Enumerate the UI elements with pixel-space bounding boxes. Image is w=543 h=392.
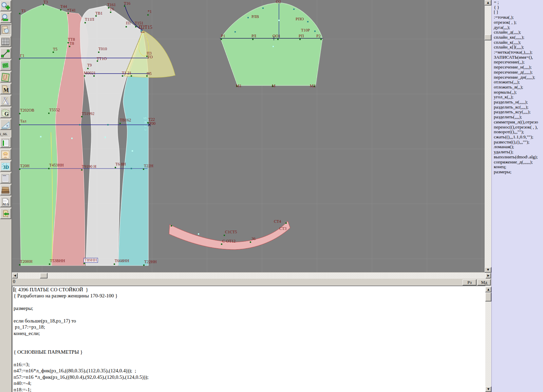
point-label: Т20Н (20, 163, 30, 168)
editor-vertical-scrollbar[interactable]: ▲ ▼ (485, 286, 491, 392)
grid-button[interactable] (0, 36, 11, 47)
command-item[interactable]: дуга(,,,); (492, 25, 543, 30)
zoom-in-button[interactable] (0, 1, 11, 11)
piece-collar-pink[interactable] (169, 221, 290, 250)
point-label: Т668НН (115, 258, 129, 263)
command-item[interactable]: разделить_н(,,,,,); (492, 100, 543, 105)
command-item[interactable]: сплайн_к[](,,,,); (492, 45, 543, 50)
canvas-horizontal-scrollbar[interactable]: ◀ ▶ (12, 273, 491, 279)
ruler-icon (1, 120, 10, 129)
drafting-tools-button[interactable] (0, 96, 11, 106)
i66-label: i_66. (0, 132, 12, 136)
command-item[interactable]: ломаная(); (492, 144, 543, 150)
command-item[interactable]: сплайн_к(,,,,); (492, 40, 543, 45)
segment-button[interactable] (0, 48, 11, 59)
scroll-right-arrow-icon[interactable]: ▶ (486, 273, 491, 278)
zoom-out-icon (1, 14, 10, 22)
command-item[interactable]: удалить(); (492, 150, 543, 155)
canvas-vertical-scrollbar[interactable]: ▲ ▼ (485, 0, 491, 273)
command-item[interactable]: отрезок( , ); (492, 20, 543, 25)
command-item[interactable]: поворот((),,,""); (492, 130, 543, 135)
command-item[interactable]: сопряжение_д(,,,,,,); (492, 160, 543, 165)
books-icon (1, 186, 10, 195)
md-button[interactable]: Мд (478, 279, 491, 286)
command-item[interactable]: сжать((),,,1.1,0.9,""); (492, 135, 543, 140)
command-item[interactable]: выполнить(dmod\.alg); (492, 155, 543, 160)
command-item[interactable]: :=метка(точка(,),,,,); (492, 50, 543, 55)
piece-sleeve-green[interactable] (221, 3, 322, 85)
command-item[interactable]: перенос((),отрезок( , ), (492, 125, 543, 130)
command-item[interactable]: :=точка(,); (492, 15, 543, 20)
m-pattern-button[interactable] (0, 84, 11, 94)
zoom-out-button[interactable] (0, 13, 11, 23)
point-label: Т22НН (144, 259, 157, 264)
point-label: М0021 (84, 71, 96, 75)
command-item[interactable]: симметрия_л((),отрезо (492, 120, 543, 125)
command-item[interactable]: нормаль(,,); (492, 90, 543, 95)
alg-document-button[interactable] (0, 197, 11, 207)
editor-scroll-down-arrow-icon[interactable]: ▼ (485, 387, 491, 392)
point-label: Т5552 (49, 107, 60, 112)
point-label: М2 (310, 83, 316, 88)
command-item[interactable]: развести((),(),,,""); (492, 140, 543, 145)
rz-button[interactable]: Рз (463, 279, 476, 286)
left-toolbar: i_66. (0, 0, 12, 392)
document-list-icon (1, 174, 10, 183)
point-label: ТТ1О (97, 56, 107, 61)
point-label: Т89НН (85, 258, 97, 262)
text-caret (14, 287, 14, 292)
vertical-scroll-thumb[interactable] (485, 35, 491, 40)
command-item[interactable]: [ ] (492, 10, 543, 15)
view-piece-button[interactable] (0, 24, 11, 35)
code-line (14, 343, 485, 349)
ruler-button[interactable] (0, 119, 11, 130)
command-item[interactable]: пересечение_дн(,,,,,); (492, 75, 543, 80)
command-item[interactable]: отложить(,,,); (492, 80, 543, 85)
books-button[interactable] (0, 185, 11, 195)
point-label: Т20НН (20, 259, 33, 264)
portrait-button[interactable] (0, 149, 11, 160)
algorithm-code-editor[interactable]: { 4396 ПЛАТЬЕ СО СТОЙКОЙ }{ Разработано … (12, 286, 485, 392)
document-list-button[interactable] (0, 173, 11, 183)
command-item[interactable]: сплайн_кк(,,,,,); (492, 35, 543, 40)
command-item[interactable]: конец; (492, 164, 543, 170)
editor-scroll-thumb[interactable] (485, 293, 491, 301)
point-label: Р2 (316, 34, 321, 38)
command-item[interactable]: разделить_ксу(,,,,); (492, 110, 543, 115)
pattern-sketch-icon (1, 73, 10, 82)
pattern-sketch-button[interactable] (0, 72, 11, 82)
command-item[interactable]: сплайн_д(,,,,); (492, 30, 543, 35)
zoom-in-icon (1, 2, 10, 11)
table-chart-button[interactable] (0, 137, 11, 148)
point-label: П5 (147, 71, 152, 76)
horizontal-scroll-thumb[interactable] (40, 273, 48, 278)
command-item[interactable]: пересечение_д(,,,,,); (492, 70, 543, 75)
command-item[interactable]: пересечение_н(,,,,); (492, 65, 543, 70)
drawing-canvas[interactable]: Т1Т3Т44*Т41Т11ПТВ1Т161Т6Т16*1П1Т151П2Т15… (12, 0, 485, 272)
command-item[interactable]: разделить(,,,,); (492, 115, 543, 120)
point-label: Т22Н (144, 163, 153, 168)
point-label: *1 (148, 9, 152, 14)
command-item[interactable]: { } (492, 5, 543, 10)
command-item[interactable]: разделить_кс(,,,,); (492, 105, 543, 110)
point-label: С1СТ5 (225, 230, 237, 234)
command-item[interactable]: ЗАПИСАТЬ(имя=(), (492, 55, 543, 60)
point-label: Т3 (43, 0, 48, 4)
picture-button[interactable] (0, 60, 11, 71)
editor-scroll-up-arrow-icon[interactable]: ▲ (485, 287, 491, 292)
scroll-left-arrow-icon[interactable]: ◀ (12, 273, 18, 278)
picture-icon (1, 61, 10, 70)
g-map-button[interactable] (0, 107, 11, 118)
code-line: п40:=-4; (14, 380, 485, 386)
exit-book-button[interactable] (0, 209, 11, 219)
3d-icon (1, 162, 10, 171)
scroll-down-arrow-icon[interactable]: ▼ (485, 267, 491, 273)
command-item[interactable]: = ; (492, 0, 543, 5)
command-item[interactable]: размеры; (492, 170, 543, 175)
scroll-up-arrow-icon[interactable]: ▲ (485, 0, 491, 5)
command-item[interactable]: отложить_в(,,); (492, 85, 543, 90)
command-item[interactable]: угол_к(,,); (492, 95, 543, 100)
3d-button[interactable] (0, 161, 11, 172)
code-line: п47:=п16*л_фнк(рз_16,((80,0.35),(112,0.3… (14, 368, 485, 374)
command-item[interactable]: пересечение(,,); (492, 60, 543, 65)
